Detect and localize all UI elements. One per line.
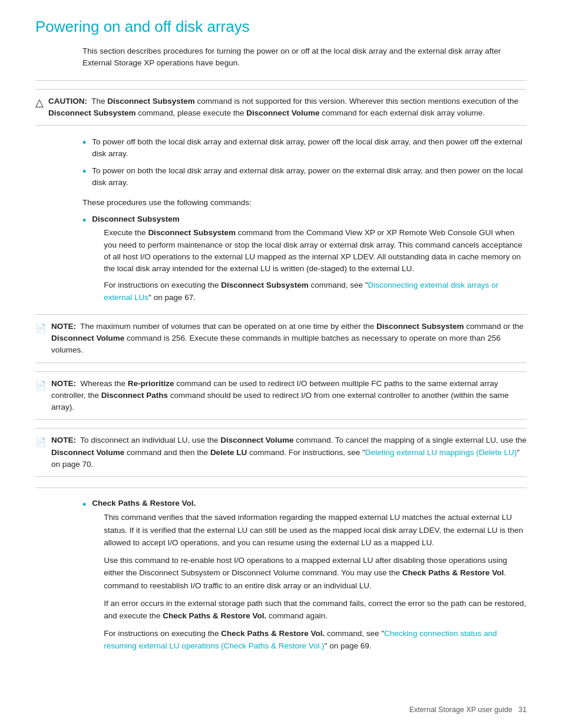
check-paths-body3: If an error occurs in the external stora… (104, 597, 527, 622)
check-paths-body2: Use this command to re-enable host I/O o… (104, 554, 527, 592)
title-main: on and off disk arrays (104, 18, 250, 35)
check-paths-body4: For instructions on executing the Check … (104, 627, 527, 653)
note-box-2: 📄 NOTE: Whereas the Re-prioritize comman… (35, 371, 527, 420)
note-box-3: 📄 NOTE: To disconnect an individual LU, … (35, 428, 527, 477)
caution-box: △ CAUTION: The Disconnect Subsystem comm… (35, 89, 527, 126)
bullet-item-1: • To power off both the local disk array… (82, 136, 527, 160)
footer: External Storage XP user guide 31 (409, 706, 527, 714)
title-prefix: Powering (35, 18, 104, 35)
check-paths-bullet: • Check Paths & Restore Vol. This comman… (82, 499, 527, 657)
caution-text: CAUTION: The Disconnect Subsystem comman… (48, 95, 527, 120)
note-icon-3: 📄 (35, 436, 47, 449)
divider-1 (35, 80, 527, 81)
divider-2 (35, 487, 527, 488)
intro-text: This section describes procedures for tu… (82, 45, 527, 70)
footer-text: External Storage XP user guide (409, 706, 513, 714)
disconnect-subsystem-title: Disconnect Subsystem (92, 215, 527, 223)
check-paths-title: Check Paths & Restore Vol. (92, 499, 527, 508)
disconnect-subsystem-body1: Execute the Disconnect Subsystem command… (104, 227, 527, 275)
disconnect-subsystem-body2: For instructions on executing the Discon… (104, 279, 527, 304)
bullet-section: • To power off both the local disk array… (82, 136, 527, 189)
note-icon-2: 📄 (35, 379, 47, 393)
check-paths-section: • Check Paths & Restore Vol. This comman… (82, 499, 527, 657)
check-paths-body1: This command verifies that the saved inf… (104, 511, 527, 549)
caution-label: CAUTION: (48, 97, 87, 106)
disconnect-subsystem-block: Disconnect Subsystem Execute the Disconn… (92, 215, 527, 308)
note-text-2: NOTE: Whereas the Re-prioritize command … (51, 378, 527, 414)
footer-page: 31 (518, 706, 527, 714)
bullet-item-2: • To power on both the local disk array … (82, 165, 527, 189)
command-bullet: • Disconnect Subsystem Execute the Disco… (82, 215, 527, 308)
note-text-3: NOTE: To disconnect an individual LU, us… (51, 434, 527, 470)
note-text-1: NOTE: The maximum number of volumes that… (51, 321, 527, 357)
bullet-dot-1: • (82, 135, 86, 151)
note-icon-1: 📄 (35, 322, 47, 335)
procedures-text: These procedures use the following comma… (82, 197, 527, 209)
command-bullet-dot: • (82, 215, 86, 227)
caution-icon: △ (35, 96, 44, 109)
check-paths-dot: • (82, 499, 86, 511)
page-title: Powering on and off disk arrays (35, 18, 527, 36)
delete-lu-link[interactable]: Deleting external LU mappings (Delete LU… (365, 448, 517, 457)
note-box-1: 📄 NOTE: The maximum number of volumes th… (35, 314, 527, 363)
command-section: • Disconnect Subsystem Execute the Disco… (82, 215, 527, 308)
bullet-dot-2: • (82, 164, 86, 180)
check-paths-block: Check Paths & Restore Vol. This command … (92, 499, 527, 657)
page-content: Powering on and off disk arrays This sec… (0, 0, 562, 696)
